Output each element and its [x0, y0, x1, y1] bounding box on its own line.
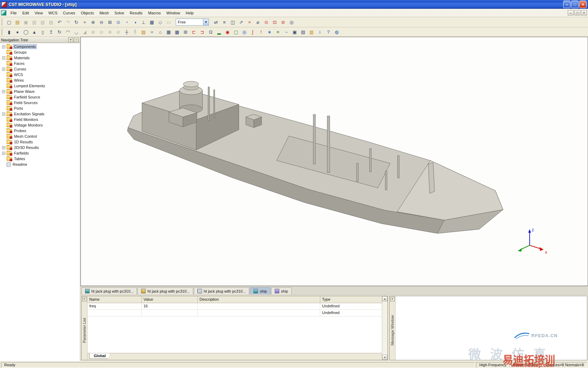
document-tab[interactable]: ship — [271, 287, 292, 294]
expand-toggle-icon[interactable]: + — [2, 45, 5, 48]
document-tab[interactable]: ht jack plug with pc310... — [194, 287, 249, 294]
tree-item[interactable]: Tables — [0, 156, 80, 162]
brick-icon[interactable]: ▮ — [5, 28, 13, 36]
material-icon[interactable]: ▨ — [139, 28, 148, 36]
open-icon[interactable]: ▤ — [13, 18, 22, 26]
print-icon[interactable]: ▥ — [30, 18, 38, 26]
tree-item[interactable]: Field Sources — [0, 100, 80, 105]
menu-item[interactable]: Macros — [145, 10, 163, 16]
discrete-port-icon[interactable]: ⊐ — [198, 28, 206, 36]
document-tab[interactable]: ht jack plug with pc310... — [138, 287, 193, 294]
param-description-cell[interactable] — [198, 303, 320, 309]
menu-item[interactable]: File — [8, 10, 20, 16]
mouse-rotate-icon[interactable]: ◔ — [122, 18, 131, 26]
expand-toggle-icon[interactable]: + — [2, 146, 5, 149]
scale-icon[interactable]: ⇗ — [237, 18, 245, 26]
tree-item[interactable]: + Excitation Signals — [0, 111, 80, 117]
tree-item[interactable]: Groups — [0, 49, 80, 55]
measure-icon[interactable]: ⌀ — [254, 18, 262, 26]
param-value-cell[interactable] — [142, 310, 198, 316]
minimize-button[interactable]: – — [563, 1, 570, 8]
expand-toggle-icon[interactable]: + — [2, 90, 5, 93]
help-icon[interactable]: ? — [324, 28, 332, 36]
macro-edit-icon[interactable]: ▥ — [307, 28, 316, 36]
param-name-cell[interactable]: freq — [88, 303, 142, 309]
rotate-view-icon[interactable]: ↻ — [72, 18, 80, 26]
global-sheet-tab[interactable]: Global — [89, 353, 110, 359]
menu-item[interactable]: Curves — [60, 10, 78, 16]
lumped-element-icon[interactable]: Ω — [206, 28, 215, 36]
tree-item[interactable]: + Components — [0, 44, 80, 49]
menu-item[interactable]: Edit — [20, 10, 32, 16]
param-type-cell[interactable]: Undefined — [320, 303, 382, 309]
probe-icon[interactable]: ◎ — [240, 28, 248, 36]
start-solver-icon[interactable]: ! — [257, 28, 265, 36]
menu-item[interactable]: Help — [183, 10, 196, 16]
chevron-down-icon[interactable]: ▼ — [203, 19, 209, 25]
loupe-icon[interactable]: ◎ — [287, 18, 296, 26]
tree-item[interactable]: Readme — [0, 162, 80, 167]
rotate-solid-icon[interactable]: ↻ — [55, 28, 64, 36]
expand-toggle-icon[interactable]: + — [2, 68, 5, 71]
slice-icon[interactable]: ⊘ — [114, 28, 122, 36]
curve-icon[interactable]: ≈ — [148, 28, 156, 36]
field-monitor-icon[interactable]: ▢ — [232, 28, 240, 36]
optimizer-icon[interactable]: ∗ — [265, 28, 274, 36]
bounding-box-icon[interactable]: ▭ — [164, 18, 173, 26]
tree-item[interactable]: Voltage Monitors — [0, 122, 80, 128]
tree-item[interactable]: Faces — [0, 61, 80, 66]
tree-item[interactable]: + 2D/3D Results — [0, 145, 80, 150]
restore-button[interactable]: □ — [571, 1, 579, 8]
mouse-mode-dropdown[interactable]: Free ▼ — [176, 19, 209, 26]
new-icon[interactable]: ▢ — [5, 18, 13, 26]
tree-item[interactable]: + Materials — [0, 55, 80, 61]
tree-item[interactable]: + Farfields — [0, 150, 80, 156]
param-sweep-icon[interactable]: ≡ — [274, 28, 282, 36]
panel-close-icon[interactable]: × — [82, 297, 87, 301]
menu-item[interactable]: WCS — [46, 10, 60, 16]
boolean-subtract-icon[interactable]: ⊖ — [97, 28, 106, 36]
sphere-icon[interactable]: ● — [13, 28, 22, 36]
tree-item[interactable]: WCS — [0, 72, 80, 77]
scroll-up-icon[interactable]: ▲ — [382, 296, 387, 301]
param-type-cell[interactable]: Undefined — [320, 310, 382, 316]
document-tab[interactable]: ht jack plug with pc310... — [82, 287, 137, 294]
extrude-icon[interactable]: ↥ — [47, 28, 55, 36]
global-mesh-icon[interactable]: ⊞ — [181, 28, 190, 36]
tree-item[interactable]: Wires — [0, 77, 80, 83]
menu-item[interactable]: Window — [163, 10, 183, 16]
zoom-in-icon[interactable]: ⊕ — [89, 18, 97, 26]
redo-icon[interactable]: ↷ — [64, 18, 72, 26]
info-icon[interactable]: i — [316, 28, 324, 36]
mdi-close-button[interactable]: × — [581, 10, 587, 15]
tree-item[interactable]: Lumped Elements — [0, 83, 80, 89]
param-name-cell[interactable] — [88, 310, 142, 316]
parameter-scrollbar[interactable]: ▲ ▼ — [382, 296, 387, 360]
paste-icon[interactable]: ▨ — [47, 18, 55, 26]
template-results-icon[interactable]: ▤ — [299, 28, 307, 36]
wcs-icon[interactable]: ┼ — [122, 28, 131, 36]
cylinder-icon[interactable]: ▯ — [38, 28, 47, 36]
boolean-intersect-icon[interactable]: ⊗ — [106, 28, 114, 36]
excitation-icon[interactable]: ∫ — [248, 28, 257, 36]
toolbar-grip[interactable] — [1, 19, 3, 26]
project-icon[interactable] — [1, 10, 6, 15]
mdi-minimize-button[interactable]: – — [568, 10, 574, 15]
grid-icon[interactable]: ▦ — [148, 18, 156, 26]
menu-item[interactable]: Results — [127, 10, 146, 16]
zoom-out-icon[interactable]: ⊖ — [97, 18, 106, 26]
tree-item[interactable]: Probes — [0, 128, 80, 134]
tree-item[interactable]: Field Monitors — [0, 117, 80, 122]
menu-item[interactable]: Solve — [112, 10, 127, 16]
param-description-cell[interactable] — [198, 310, 320, 316]
tree-item[interactable]: Farfield Source — [0, 94, 80, 100]
cut-icon[interactable]: × — [245, 18, 254, 26]
expand-toggle-icon[interactable]: + — [2, 56, 5, 60]
mirror-icon[interactable]: ◫ — [229, 18, 237, 26]
3d-viewport[interactable]: z x — [80, 37, 588, 286]
expand-toggle-icon[interactable]: + — [2, 152, 5, 155]
copy-icon[interactable]: ▧ — [38, 18, 47, 26]
mesh-view-icon[interactable]: ▦ — [164, 28, 173, 36]
copy-view-icon[interactable]: ▣ — [290, 28, 299, 36]
align-wcs-icon[interactable]: ╀ — [131, 28, 139, 36]
